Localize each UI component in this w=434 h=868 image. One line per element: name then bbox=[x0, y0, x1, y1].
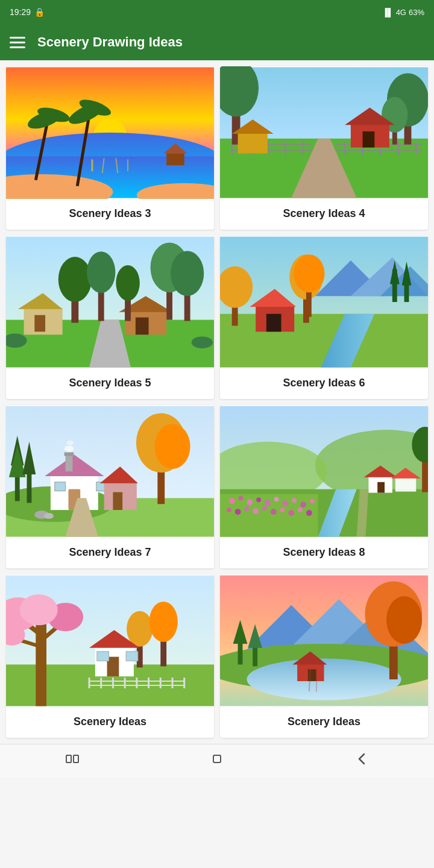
svg-point-99 bbox=[67, 441, 74, 445]
svg-rect-96 bbox=[66, 453, 73, 471]
svg-point-157 bbox=[127, 611, 153, 647]
network-type: 4G bbox=[396, 8, 406, 17]
lock-icon: 🔒 bbox=[34, 7, 45, 17]
svg-rect-41 bbox=[238, 133, 268, 154]
card-4-label: Scenery Ideas 4 bbox=[220, 199, 428, 230]
svg-point-98 bbox=[64, 446, 74, 452]
svg-rect-195 bbox=[74, 755, 78, 763]
card-8-label: Scenery Ideas 8 bbox=[220, 538, 428, 568]
time-display: 19:29 bbox=[10, 7, 31, 17]
card-scenery-7[interactable]: Scenery Ideas 7 bbox=[6, 405, 214, 568]
card-7-label: Scenery Ideas 7 bbox=[6, 538, 214, 568]
svg-rect-196 bbox=[213, 755, 221, 763]
svg-point-129 bbox=[235, 509, 241, 515]
navigation-bar bbox=[0, 744, 434, 778]
signal-icon: ▐▌ bbox=[382, 8, 393, 17]
svg-point-120 bbox=[247, 499, 253, 505]
svg-rect-51 bbox=[34, 315, 45, 332]
svg-rect-194 bbox=[66, 755, 71, 763]
svg-point-118 bbox=[229, 498, 235, 504]
card-scenery-10[interactable]: Scenery Ideas bbox=[220, 574, 428, 738]
svg-rect-45 bbox=[363, 131, 375, 148]
svg-point-64 bbox=[171, 251, 204, 296]
svg-point-110 bbox=[44, 513, 54, 519]
recent-apps-icon[interactable] bbox=[64, 750, 81, 772]
card-scenery-3[interactable]: Scenery Ideas 3 bbox=[6, 66, 214, 230]
svg-point-58 bbox=[87, 251, 115, 293]
svg-point-122 bbox=[265, 500, 271, 506]
card-5-label: Scenery Ideas 5 bbox=[6, 368, 214, 399]
svg-point-85 bbox=[294, 254, 324, 292]
hamburger-menu[interactable] bbox=[10, 37, 25, 48]
battery-level: 63% bbox=[409, 8, 424, 17]
svg-point-66 bbox=[192, 336, 213, 348]
svg-point-124 bbox=[283, 500, 289, 506]
svg-point-135 bbox=[288, 510, 294, 516]
svg-point-159 bbox=[149, 602, 178, 642]
svg-point-137 bbox=[306, 510, 312, 516]
svg-rect-97 bbox=[64, 452, 74, 456]
card-6-label: Scenery Ideas 6 bbox=[220, 368, 428, 399]
svg-point-128 bbox=[227, 508, 231, 512]
svg-point-154 bbox=[20, 594, 58, 625]
svg-rect-101 bbox=[55, 482, 66, 491]
svg-point-130 bbox=[244, 506, 249, 511]
app-toolbar: Scenery Drawing Ideas bbox=[0, 24, 434, 60]
svg-point-131 bbox=[253, 508, 259, 514]
svg-point-60 bbox=[116, 265, 139, 301]
svg-rect-105 bbox=[113, 492, 122, 511]
card-scenery-6[interactable]: Scenery Ideas 6 bbox=[220, 236, 428, 399]
svg-point-108 bbox=[154, 424, 190, 469]
card-10-label: Scenery Ideas bbox=[220, 707, 428, 738]
card-9-label: Scenery Ideas bbox=[6, 707, 214, 738]
svg-point-119 bbox=[239, 495, 244, 500]
svg-rect-141 bbox=[395, 477, 417, 492]
back-icon[interactable] bbox=[353, 750, 370, 772]
app-title: Scenery Drawing Ideas bbox=[37, 34, 183, 50]
svg-rect-12 bbox=[166, 154, 184, 166]
scenery-grid: Scenery Ideas 3 bbox=[0, 60, 434, 744]
card-3-label: Scenery Ideas 3 bbox=[6, 199, 214, 230]
status-bar: 19:29 🔒 ▐▌ 4G 63% bbox=[0, 0, 434, 24]
svg-point-134 bbox=[280, 508, 285, 512]
svg-rect-54 bbox=[136, 318, 149, 335]
svg-point-121 bbox=[256, 497, 261, 502]
svg-rect-79 bbox=[266, 314, 281, 332]
svg-point-126 bbox=[300, 502, 306, 508]
svg-point-125 bbox=[292, 498, 297, 503]
card-scenery-8[interactable]: Scenery Ideas 8 bbox=[220, 405, 428, 568]
card-scenery-4[interactable]: Scenery Ideas 4 bbox=[220, 66, 428, 230]
card-scenery-9[interactable]: Scenery Ideas bbox=[6, 574, 214, 738]
home-icon[interactable] bbox=[209, 750, 225, 772]
svg-point-127 bbox=[310, 498, 315, 503]
svg-point-132 bbox=[262, 506, 267, 511]
svg-point-123 bbox=[274, 497, 279, 502]
svg-rect-140 bbox=[377, 482, 385, 493]
svg-point-133 bbox=[271, 509, 277, 515]
card-scenery-5[interactable]: Scenery Ideas 5 bbox=[6, 236, 214, 399]
svg-rect-75 bbox=[220, 314, 428, 368]
svg-point-136 bbox=[298, 508, 303, 512]
svg-point-187 bbox=[386, 596, 422, 644]
svg-rect-163 bbox=[97, 652, 109, 661]
svg-rect-164 bbox=[126, 652, 138, 661]
svg-line-193 bbox=[316, 668, 317, 691]
svg-point-56 bbox=[58, 257, 92, 302]
